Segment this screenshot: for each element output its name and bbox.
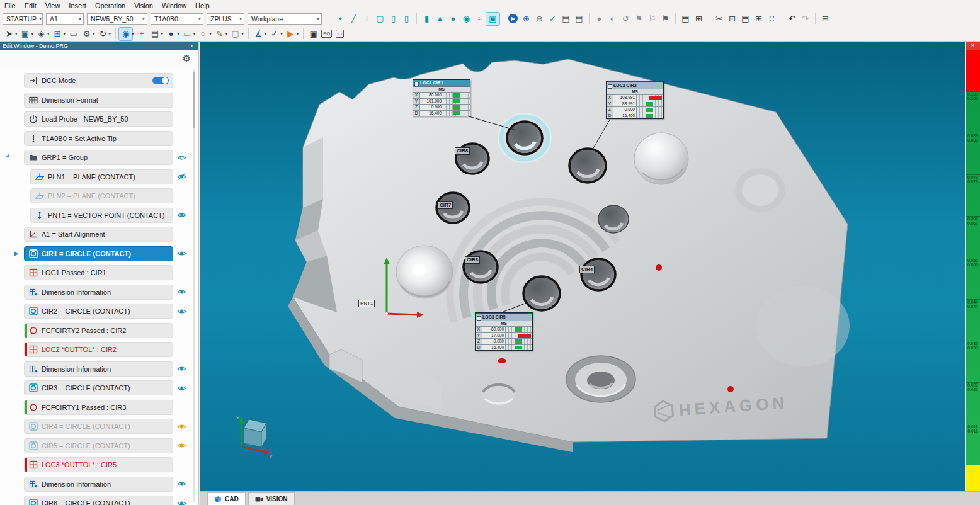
measure-curve-icon[interactable]: ≈ — [473, 13, 486, 25]
eye-icon[interactable] — [173, 308, 190, 315]
eye-icon[interactable] — [173, 480, 190, 487]
execute-options-icon[interactable]: ▶ — [284, 28, 297, 40]
dropdown-caret-icon[interactable]: ▾ — [193, 31, 196, 37]
measure-rounded-rectangle-icon[interactable]: ▢ — [373, 13, 387, 25]
dropdown-caret-icon[interactable]: ▾ — [132, 31, 134, 37]
rectangle-select-icon[interactable]: ▭ — [181, 28, 194, 40]
dropdown-caret-icon[interactable]: ▾ — [47, 31, 50, 37]
eye-icon[interactable] — [173, 385, 190, 392]
tree-item-cir1-circle-contact[interactable]: CIR1 = CIRCLE (CONTACT) — [24, 246, 173, 261]
screen-display-icon[interactable]: ▭ — [333, 28, 346, 40]
dropdown-caret-icon[interactable]: ▾ — [265, 31, 267, 37]
optimize-path-icon[interactable]: ⚙ — [80, 28, 93, 40]
quick-start-icon[interactable]: ➤ — [3, 28, 16, 40]
tree-item-cir4-circle-contact[interactable]: CIR4 = CIRCLE (CONTACT) — [24, 419, 173, 434]
eye-icon[interactable] — [173, 423, 190, 430]
dcc-mode-toggle[interactable] — [152, 77, 169, 84]
tip-select[interactable]: T1A0B0▾ — [151, 13, 203, 25]
menu-view[interactable]: View — [41, 0, 65, 11]
eye-slash-icon[interactable] — [173, 173, 190, 180]
measure-line-icon[interactable]: ╱ — [347, 13, 360, 25]
eo-display-icon[interactable]: EO — [320, 28, 333, 40]
eye-icon[interactable] — [173, 288, 190, 295]
window-layouts-icon[interactable]: ▣ — [19, 28, 32, 40]
paste-icon[interactable]: ▤ — [739, 13, 752, 25]
menu-insert[interactable]: Insert — [64, 0, 91, 11]
tree-item-load-probe-new5-by-50[interactable]: Load Probe - NEW5_BY_50 — [24, 111, 173, 127]
eye-icon[interactable] — [173, 250, 190, 257]
tree-item-pln1-plane-contact[interactable]: PLN1 = PLANE (CONTACT) — [30, 169, 173, 184]
dropdown-caret-icon[interactable]: ▾ — [280, 31, 283, 37]
zoom-fit-icon[interactable]: ⊞ — [51, 28, 64, 40]
tree-item-fcfcirty2-passed-cir2[interactable]: FCFCIRTY2 Passed : CIR2 — [24, 323, 173, 338]
tree-item-cir3-circle-contact[interactable]: CIR3 = CIRCLE (CONTACT) — [24, 380, 173, 395]
settings-gear-icon[interactable]: ⚙ — [183, 53, 191, 64]
cad-rotate-icon[interactable]: ↺ — [619, 13, 632, 25]
measure-point-icon[interactable]: • — [334, 13, 347, 25]
cad-section-icon[interactable]: ◐ — [606, 13, 619, 25]
dropdown-caret-icon[interactable]: ▾ — [297, 31, 299, 37]
execute-feature-icon[interactable]: ⊕ — [520, 13, 533, 25]
alignment-select[interactable]: STARTUP▾ — [3, 13, 43, 25]
remove-report-icon[interactable]: ▤ — [573, 13, 586, 25]
copy-icon[interactable]: ⊡ — [726, 13, 739, 25]
tree-item-cir2-circle-contact[interactable]: CIR2 = CIRCLE (CONTACT) — [24, 304, 173, 319]
tree-item-dimension-information[interactable]: Dimension Information — [24, 285, 173, 300]
workplane-select[interactable]: ZPLUS▾ — [207, 13, 244, 25]
scale-drawing-icon[interactable]: ✎ — [213, 28, 226, 40]
tree-item-t1a0b0-set-active-tip[interactable]: T1A0B0 = Set Active Tip — [24, 131, 173, 146]
dropdown-caret-icon[interactable]: ▾ — [177, 31, 179, 37]
menu-operation[interactable]: Operation — [91, 0, 130, 11]
gage-angle-icon[interactable]: ∡ — [252, 28, 265, 40]
eye-icon[interactable] — [173, 154, 190, 161]
axis-select[interactable]: A1▾ — [46, 13, 84, 25]
edit-report-icon[interactable]: ▤ — [559, 13, 573, 25]
bookmark-previous-icon[interactable]: ⚐ — [646, 13, 659, 25]
measure-cylinder-icon[interactable]: ▮ — [420, 13, 433, 25]
measure-cone-icon[interactable]: ▲ — [433, 13, 447, 25]
dropdown-caret-icon[interactable]: ▾ — [209, 31, 212, 37]
menu-edit[interactable]: Edit — [20, 0, 41, 11]
eye-icon[interactable] — [173, 365, 190, 372]
rotate-view-icon[interactable]: ↻ — [96, 28, 110, 40]
circle-select-icon[interactable]: ○ — [197, 28, 210, 40]
tab-cad[interactable]: CAD — [207, 492, 246, 505]
camera-capture-icon[interactable]: ▣ — [307, 28, 320, 40]
color-scale-close-button[interactable]: × — [966, 42, 980, 50]
tree-item-dimension-information[interactable]: Dimension Information — [24, 361, 173, 377]
view-select[interactable]: Workplane▾ — [248, 13, 322, 25]
measure-square-slot-icon[interactable]: ▯ — [400, 13, 413, 25]
tree-item-grp1-group[interactable]: GRP1 = Group — [24, 150, 173, 165]
print-icon[interactable]: ⊟ — [819, 13, 832, 25]
measure-plane-icon[interactable]: ⊥ — [360, 13, 373, 25]
tree-item-loc1-passed-cir1[interactable]: LOC1 Passed : CIR1 — [24, 265, 173, 280]
cad-shaded-icon[interactable]: ● — [593, 13, 606, 25]
box-select-icon[interactable]: ▢ — [229, 28, 242, 40]
probe-mode-icon[interactable]: + — [135, 28, 149, 40]
menu-vision[interactable]: Vision — [130, 0, 157, 11]
cad-display-icon[interactable]: ● — [164, 28, 178, 40]
dropdown-caret-icon[interactable]: ▾ — [64, 31, 66, 37]
dropdown-caret-icon[interactable]: ▾ — [15, 31, 18, 37]
execute-program-icon[interactable]: ▶ — [506, 13, 520, 25]
tree-item-loc2-outtol-cir2[interactable]: LOC2 *OUTTOL* : CIR2 — [24, 342, 173, 357]
auto-feature-icon[interactable]: ▣ — [486, 13, 499, 25]
cut-icon[interactable]: ✂ — [712, 13, 726, 25]
edit-window-close-button[interactable]: × — [188, 43, 196, 49]
tree-item-pnt1-vector-point-contact[interactable]: PNT1 = VECTOR POINT (CONTACT) — [30, 208, 173, 223]
dropdown-caret-icon[interactable]: ▾ — [31, 31, 34, 37]
bookmark-first-icon[interactable]: ⚑ — [632, 13, 646, 25]
tree-item-dimension-format[interactable]: Dimension Format — [24, 93, 173, 108]
tree-item-dcc-mode[interactable]: DCC Mode — [24, 73, 173, 88]
redo-icon[interactable]: ↷ — [799, 13, 812, 25]
dropdown-caret-icon[interactable]: ▾ — [225, 31, 228, 37]
dropdown-caret-icon[interactable]: ▾ — [241, 31, 244, 37]
tree-expander-icon[interactable]: ▼ — [4, 152, 13, 161]
tree-item-pln2-plane-contact[interactable]: PLN2 = PLANE (CONTACT) — [30, 188, 173, 203]
pattern-icon[interactable]: ∷ — [765, 13, 778, 25]
dropdown-caret-icon[interactable]: ▾ — [93, 31, 95, 37]
insert-remark-icon[interactable]: ▭ — [67, 28, 80, 40]
measure-round-slot-icon[interactable]: ▯ — [387, 13, 400, 25]
feature-selector-icon[interactable]: ▤ — [149, 28, 162, 40]
insert-comment-icon[interactable]: ⊖ — [533, 13, 546, 25]
